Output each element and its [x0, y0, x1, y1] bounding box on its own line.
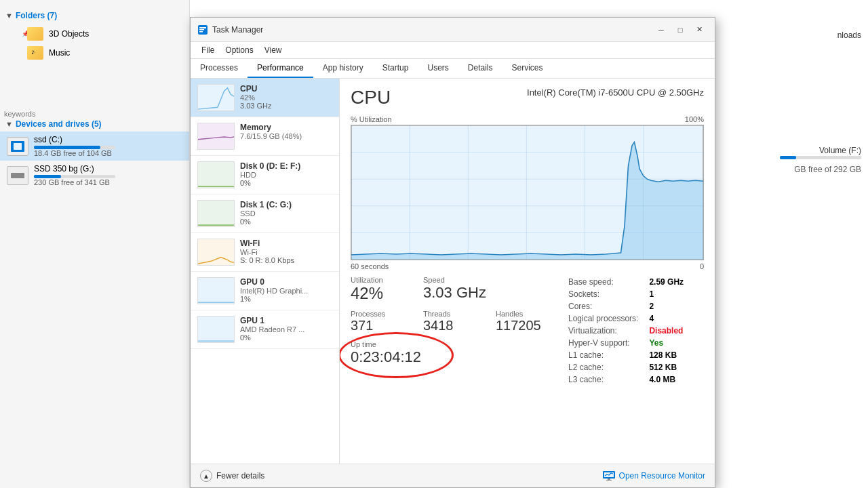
stat-value-virtualization: Disabled — [641, 325, 684, 337]
utilization-stat: Utilization 42% — [351, 276, 416, 303]
memory-sub1: 7.6/15.9 GB (48%) — [240, 132, 332, 140]
tab-performance[interactable]: Performance — [248, 59, 313, 78]
processes-value: 371 — [351, 318, 416, 333]
keywords-label: keywords — [0, 108, 39, 119]
device-ssd-g[interactable]: SSD 350 bg (G:) 230 GB free of 341 GB — [0, 161, 189, 190]
cpu-sub1: 42% — [240, 94, 332, 102]
folder-icon-3d — [27, 27, 43, 41]
gpu1-info: GPU 1 AMD Radeon R7 ... 0% — [240, 316, 332, 342]
stat-value-l3: 4.0 MB — [641, 373, 684, 386]
stat-value-sockets: 1 — [641, 288, 684, 300]
open-resource-monitor-button[interactable]: Open Resource Monitor — [603, 471, 705, 481]
utilization-label: Utilization — [351, 276, 416, 284]
svg-rect-10 — [198, 317, 234, 342]
device-icon-g — [7, 166, 28, 185]
time-label-right: 0 — [700, 262, 704, 270]
resource-gpu1[interactable]: GPU 1 AMD Radeon R7 ... 0% — [191, 310, 339, 349]
stat-row-basespeed: Base speed: 2.59 GHz — [568, 276, 684, 288]
main-content: CPU 42% 3.03 GHz Memory 7.6/15.9 GB (48%… — [191, 79, 715, 464]
stats-bottom-row: Processes 371 Threads 3418 Handles 11720… — [351, 310, 561, 333]
processes-label: Processes — [351, 310, 416, 318]
volume-info: GB free of 292 GB — [794, 165, 861, 174]
disk1-sub2: 0% — [240, 218, 332, 226]
volume-bar-fill — [780, 156, 796, 159]
device-ssd-c[interactable]: ssd (C:) 18.4 GB free of 104 GB — [0, 131, 189, 161]
device-name-g: SSD 350 bg (G:) — [34, 164, 115, 174]
menu-file[interactable]: File — [196, 43, 220, 57]
folder-name-3d: 3D Objects — [49, 29, 89, 39]
minimize-button[interactable]: ─ — [652, 23, 670, 37]
speed-stat: Speed 3.03 GHz — [423, 276, 489, 303]
stat-row-virtualization: Virtualization: Disabled — [568, 325, 684, 337]
menu-options[interactable]: Options — [220, 43, 258, 57]
menu-view[interactable]: View — [259, 43, 288, 57]
gpu0-name: GPU 0 — [240, 277, 332, 287]
threads-label: Threads — [423, 310, 489, 318]
device-info-text-c: 18.4 GB free of 104 GB — [34, 149, 115, 157]
tab-app-history[interactable]: App history — [313, 59, 373, 78]
disk0-info: Disk 0 (D: E: F:) HDD 0% — [240, 161, 332, 187]
device-info-g: SSD 350 bg (G:) 230 GB free of 341 GB — [34, 164, 115, 186]
footer: ▲ Fewer details Open Resource Monitor — [191, 464, 715, 487]
uptime-label: Up time — [351, 340, 421, 348]
stat-label-cores: Cores: — [568, 300, 641, 312]
processes-stat: Processes 371 — [351, 310, 416, 333]
stat-row-hyperv: Hyper-V support: Yes — [568, 337, 684, 349]
window-controls: ─ □ ✕ — [652, 23, 708, 37]
stats-top-row: Utilization 42% Speed 3.03 GHz — [351, 276, 561, 303]
device-info-text-g: 230 GB free of 341 GB — [34, 178, 115, 186]
detail-subtitle: Intel(R) Core(TM) i7-6500U CPU @ 2.50GHz — [527, 87, 704, 99]
tab-details[interactable]: Details — [458, 59, 502, 78]
resource-wifi[interactable]: Wi-Fi Wi-Fi S: 0 R: 8.0 Kbps — [191, 233, 339, 272]
cpu-info: CPU 42% 3.03 GHz — [240, 84, 332, 110]
svg-rect-26 — [606, 480, 612, 481]
folder-3d-objects[interactable]: 📌 3D Objects — [0, 24, 189, 43]
wifi-name: Wi-Fi — [240, 239, 332, 248]
cpu-sub2: 3.03 GHz — [240, 102, 332, 110]
explorer-sidebar: ▼ Folders (7) 📌 3D Objects ♪ Music keywo… — [0, 0, 190, 488]
close-button[interactable]: ✕ — [690, 23, 708, 37]
fewer-details-button[interactable]: ▲ Fewer details — [200, 470, 264, 482]
tab-startup[interactable]: Startup — [373, 59, 418, 78]
tab-services[interactable]: Services — [502, 59, 553, 78]
cpu-name: CPU — [240, 84, 332, 94]
chart-label-right: 100% — [685, 115, 704, 123]
detail-title: CPU — [351, 87, 391, 108]
stat-label-l2: L2 cache: — [568, 361, 641, 373]
folder-music[interactable]: ♪ Music — [0, 43, 189, 62]
resource-disk0[interactable]: Disk 0 (D: E: F:) HDD 0% — [191, 156, 339, 195]
folders-title: Folders (7) — [16, 11, 57, 20]
gpu0-info: GPU 0 Intel(R) HD Graphi... 1% — [240, 277, 332, 303]
gpu0-mini-chart — [197, 277, 235, 304]
stat-row-cores: Cores: 2 — [568, 300, 684, 312]
time-label-left: 60 seconds — [351, 262, 389, 270]
uptime-stat: Up time 0:23:04:12 — [351, 340, 421, 366]
fewer-details-label: Fewer details — [216, 471, 264, 481]
task-manager-window: Task Manager ─ □ ✕ File Options View Pro… — [190, 17, 715, 488]
resource-memory[interactable]: Memory 7.6/15.9 GB (48%) — [191, 117, 339, 156]
menubar: File Options View — [191, 42, 715, 59]
resource-gpu0[interactable]: GPU 0 Intel(R) HD Graphi... 1% — [191, 272, 339, 310]
maximize-button[interactable]: □ — [671, 23, 689, 37]
resource-disk1[interactable]: Disk 1 (C: G:) SSD 0% — [191, 195, 339, 233]
handles-label: Handles — [496, 310, 561, 318]
cpu-chart — [351, 125, 704, 260]
right-stats-table: Base speed: 2.59 GHz Sockets: 1 Cores: 2 — [568, 276, 704, 386]
cpu-chart-svg — [351, 125, 703, 260]
resource-cpu[interactable]: CPU 42% 3.03 GHz — [191, 79, 339, 117]
svg-rect-6 — [198, 162, 234, 188]
device-icon-c — [7, 137, 28, 156]
open-monitor-label: Open Resource Monitor — [619, 471, 705, 481]
gpu1-sub2: 0% — [240, 333, 332, 342]
wifi-info: Wi-Fi Wi-Fi S: 0 R: 8.0 Kbps — [240, 239, 332, 264]
device-name-c: ssd (C:) — [34, 135, 115, 144]
devices-section: ▼ Devices and drives (5) ssd (C:) 18.4 G… — [0, 117, 189, 190]
arrow-up-icon: ▲ — [200, 470, 212, 482]
handles-stat: Handles 117205 — [496, 310, 561, 333]
tab-processes[interactable]: Processes — [191, 59, 248, 78]
wifi-mini-chart — [197, 239, 235, 266]
tab-users[interactable]: Users — [418, 59, 458, 78]
folders-section: ▼ Folders (7) — [0, 7, 189, 24]
chart-labels: % Utilization 100% — [351, 115, 704, 123]
memory-info: Memory 7.6/15.9 GB (48%) — [240, 123, 332, 140]
